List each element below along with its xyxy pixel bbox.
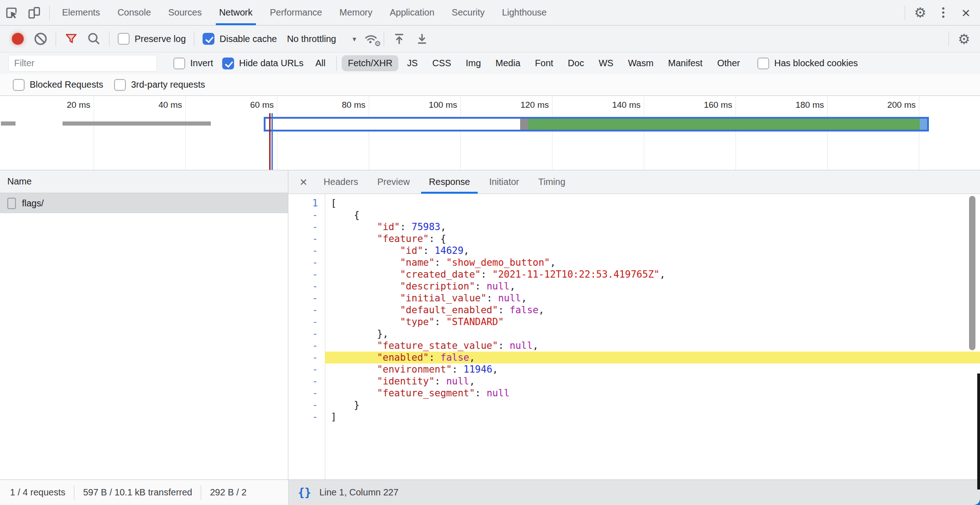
- request-detail-pane: × HeadersPreviewResponseInitiatorTiming …: [288, 170, 980, 479]
- network-toolbar: Preserve log Disable cache No throttling…: [0, 26, 980, 53]
- tab-performance[interactable]: Performance: [261, 0, 331, 25]
- code-line: - "type": "STANDARD": [288, 316, 980, 328]
- settings-button[interactable]: ⚙: [909, 2, 932, 24]
- line-number: -: [288, 352, 325, 363]
- request-row-flags[interactable]: flags/: [0, 193, 288, 213]
- checkbox-checked[interactable]: [203, 33, 214, 45]
- disable-cache-checkbox[interactable]: Disable cache: [203, 33, 277, 45]
- checkbox-checked[interactable]: [222, 58, 234, 69]
- checkbox-unchecked[interactable]: [118, 33, 130, 45]
- timeline-gridline: 120 ms: [460, 96, 553, 170]
- chip-media[interactable]: Media: [490, 55, 526, 71]
- chip-img[interactable]: Img: [460, 55, 487, 71]
- close-devtools-button[interactable]: ×: [954, 2, 977, 24]
- tab-application[interactable]: Application: [381, 0, 443, 25]
- clear-icon: [34, 32, 47, 46]
- line-number: -: [288, 292, 325, 304]
- checkbox-unchecked[interactable]: [757, 58, 769, 69]
- chip-doc[interactable]: Doc: [562, 55, 590, 71]
- line-number: -: [288, 328, 325, 340]
- tab-sources[interactable]: Sources: [160, 0, 210, 25]
- line-number: -: [288, 221, 325, 233]
- detail-tab-timing[interactable]: Timing: [531, 170, 573, 194]
- devtools-window: ElementsConsoleSourcesNetworkPerformance…: [0, 0, 980, 505]
- detail-tab-headers[interactable]: Headers: [316, 170, 366, 194]
- tab-elements[interactable]: Elements: [53, 0, 109, 25]
- checkbox-unchecked[interactable]: [114, 79, 126, 91]
- tab-network[interactable]: Network: [210, 0, 261, 25]
- panel-tabbar: ElementsConsoleSourcesNetworkPerformance…: [0, 0, 980, 26]
- invert-checkbox[interactable]: Invert: [173, 58, 213, 69]
- panel-tabs: ElementsConsoleSourcesNetworkPerformance…: [53, 0, 555, 25]
- code-text: "id": 75983,: [325, 221, 980, 233]
- device-toolbar-icon: [27, 6, 41, 20]
- line-number: -: [288, 268, 325, 280]
- preserve-log-label: Preserve log: [135, 34, 186, 44]
- gear-icon: ⚙: [958, 31, 970, 47]
- code-text: "enabled": false,: [325, 352, 980, 363]
- line-number: -: [288, 209, 325, 221]
- inspect-element-button[interactable]: [0, 2, 23, 24]
- detail-tab-preview[interactable]: Preview: [370, 170, 417, 194]
- divider: [949, 32, 949, 46]
- has-blocked-cookies-checkbox[interactable]: Has blocked cookies: [757, 58, 858, 69]
- download-icon: [415, 32, 429, 46]
- response-source-view[interactable]: 1[- {- "id": 75983,- "feature": {- "id":…: [288, 194, 980, 479]
- export-har-button[interactable]: [411, 28, 433, 50]
- hide-data-urls-checkbox[interactable]: Hide data URLs: [222, 58, 303, 69]
- divider: [201, 485, 201, 500]
- more-options-button[interactable]: [932, 2, 954, 24]
- timeline-gridline: 60 ms: [185, 96, 277, 170]
- record-network-log-button[interactable]: [6, 28, 29, 50]
- close-detail-button[interactable]: ×: [293, 176, 314, 189]
- preserve-log-checkbox[interactable]: Preserve log: [118, 33, 186, 45]
- device-toolbar-button[interactable]: [23, 2, 46, 24]
- chip-all[interactable]: All: [309, 55, 331, 71]
- line-number: -: [288, 316, 325, 328]
- chip-js[interactable]: JS: [401, 55, 423, 71]
- checkbox-unchecked[interactable]: [173, 58, 185, 69]
- third-party-requests-checkbox[interactable]: 3rd-party requests: [114, 79, 205, 91]
- throttling-dropdown[interactable]: No throttling ▾: [281, 34, 362, 44]
- blocked-requests-checkbox[interactable]: Blocked Requests: [13, 79, 103, 91]
- code-line: - "enabled": false,: [288, 352, 980, 363]
- import-har-button[interactable]: [388, 28, 411, 50]
- chip-font[interactable]: Font: [529, 55, 559, 71]
- code-text: },: [325, 328, 980, 340]
- filter-toggle-button[interactable]: [60, 28, 83, 50]
- tab-console[interactable]: Console: [109, 0, 159, 25]
- filter-input[interactable]: [8, 55, 157, 72]
- pretty-print-icon[interactable]: {}: [298, 486, 311, 499]
- network-filter-row2: Blocked Requests 3rd-party requests: [0, 74, 980, 96]
- chip-other[interactable]: Other: [711, 55, 746, 71]
- tab-lighthouse[interactable]: Lighthouse: [493, 0, 555, 25]
- code-line: - "feature_state_value": null,: [288, 340, 980, 352]
- screen-edge-artifact: [977, 373, 980, 489]
- chip-css[interactable]: CSS: [427, 55, 457, 71]
- timeline-tick-label: 60 ms: [250, 100, 274, 110]
- clear-network-log-button[interactable]: [29, 28, 52, 50]
- tab-security[interactable]: Security: [443, 0, 493, 25]
- source-status-bar: {} Line 1, Column 227: [288, 479, 980, 505]
- search-button[interactable]: [83, 28, 105, 50]
- detail-tab-initiator[interactable]: Initiator: [481, 170, 527, 194]
- vertical-scrollbar[interactable]: [969, 196, 975, 350]
- chip-wasm[interactable]: Wasm: [622, 55, 659, 71]
- code-line: - "default_enabled": false,: [288, 304, 980, 316]
- chip-fetch-xhr[interactable]: Fetch/XHR: [342, 55, 398, 71]
- response-code-lines: 1[- {- "id": 75983,- "feature": {- "id":…: [288, 194, 980, 423]
- code-line: - "identity": null,: [288, 375, 980, 387]
- tab-memory[interactable]: Memory: [331, 0, 381, 25]
- network-settings-button[interactable]: ⚙: [953, 28, 975, 50]
- checkbox-unchecked[interactable]: [13, 79, 25, 91]
- name-column-header[interactable]: Name: [0, 170, 288, 193]
- code-text: "feature_state_value": null,: [325, 340, 980, 352]
- chip-ws[interactable]: WS: [593, 55, 619, 71]
- chip-manifest[interactable]: Manifest: [662, 55, 709, 71]
- chevron-down-icon: ▾: [353, 35, 356, 43]
- timeline-bar-segment: [520, 119, 528, 130]
- network-conditions-button[interactable]: ⚙: [362, 30, 380, 48]
- code-line: - "id": 14629,: [288, 245, 980, 257]
- network-overview-timeline[interactable]: 20 ms40 ms60 ms80 ms100 ms120 ms140 ms16…: [0, 96, 980, 170]
- detail-tab-response[interactable]: Response: [421, 170, 478, 194]
